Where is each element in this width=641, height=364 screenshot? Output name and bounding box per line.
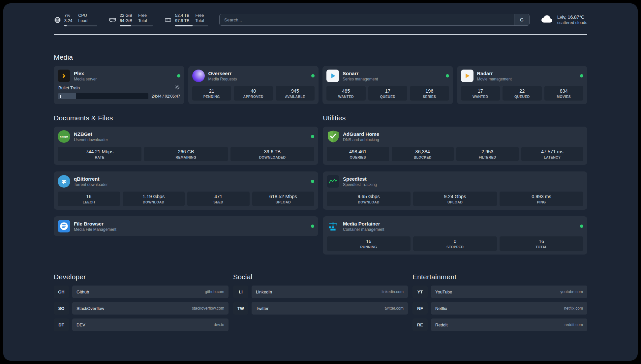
section-heading-developer: Developer [54, 273, 229, 281]
memory-icon [108, 16, 117, 24]
service-title: AdGuard Home [343, 131, 583, 137]
service-title: Radarr [477, 71, 577, 76]
bookmark-abbr: NF [412, 302, 428, 315]
section-heading-entertainment: Entertainment [412, 273, 587, 281]
stat-tile: 0 STOPPED [413, 236, 497, 251]
memory-widget: 22 GiB 64 GiB Free Total [108, 13, 153, 26]
bookmark-name: StackOverflow [76, 306, 104, 311]
service-title: Plex [74, 71, 173, 76]
bookmark-domain: stackoverflow.com [192, 306, 224, 311]
adguard-icon [327, 130, 339, 143]
radarr-icon [461, 70, 473, 82]
bookmark-reddit[interactable]: RE Reddit reddit.com [412, 318, 587, 331]
bookmark-domain: reddit.com [565, 322, 583, 327]
bookmark-linkedin[interactable]: LI LinkedIn linkedin.com [233, 286, 408, 298]
bookmark-abbr: TW [233, 302, 248, 315]
stat-tile: 17 QUEUED [368, 86, 408, 101]
stat-tile: 16 RUNNING [327, 236, 411, 251]
service-card-radarr[interactable]: Radarr Movie management 17 WANTED 22 QUE… [457, 66, 588, 104]
cpu-load-label: Load [78, 18, 87, 24]
bookmark-twitter[interactable]: TW Twitter twitter.com [233, 302, 408, 315]
bookmark-name: Reddit [435, 322, 448, 327]
status-dot [311, 74, 315, 77]
bookmark-dev[interactable]: DT DEV dev.to [54, 318, 229, 331]
stat-tile: 0.993 ms PING [500, 192, 583, 206]
bookmark-netflix[interactable]: NF Netflix netflix.com [412, 302, 587, 315]
service-card-nzbget[interactable]: nzbget NZBGet Usenet downloader 744.21 M… [54, 127, 318, 165]
cpu-label: CPU [78, 13, 87, 18]
memory-total-value: 64 GiB [120, 18, 132, 24]
disk-free-value: 52.4 TB [175, 13, 190, 18]
bookmark-name: Github [76, 289, 89, 294]
status-dot [177, 74, 180, 77]
service-subtitle: Media server [74, 77, 173, 81]
bookmark-youtube[interactable]: YT YouTube youtube.com [412, 286, 587, 298]
service-card-adguard[interactable]: AdGuard Home DNS and adblocking 498,461 … [323, 127, 587, 165]
stat-tile: 17 WANTED [461, 86, 500, 101]
bookmark-abbr: GH [54, 286, 69, 298]
disk-icon [164, 16, 172, 24]
service-card-portainer[interactable]: Media Portainer Container management 16 … [323, 216, 587, 255]
now-playing-title: Bullet Train [58, 85, 80, 90]
search-provider-button[interactable]: G [514, 14, 529, 25]
stat-tile: 9.65 Gbps DOWNLOAD [327, 192, 411, 206]
bookmark-abbr: RE [412, 318, 428, 331]
service-subtitle: DNS and adblocking [343, 137, 583, 142]
section-heading-documents: Documents & Files [54, 114, 318, 122]
bookmark-domain: linkedin.com [382, 289, 404, 294]
status-dot [311, 180, 314, 183]
nzbget-icon: nzbget [58, 130, 70, 143]
pause-icon[interactable] [60, 95, 62, 98]
cpu-usage-value: 7% [64, 13, 72, 18]
service-card-qbittorrent[interactable]: qb qBittorrent Torrent downloader 16 LEE… [54, 171, 318, 210]
disk-usage-bar [175, 25, 208, 26]
stat-tile: 47.571 ms LATENCY [521, 147, 584, 161]
service-card-sonarr[interactable]: Sonarr Series management 485 WANTED 17 Q… [322, 66, 453, 104]
search-bar[interactable]: G [219, 14, 530, 26]
status-dot [580, 74, 583, 77]
search-input[interactable] [220, 14, 514, 25]
stat-tile: 266 GB REMAINING [144, 147, 228, 161]
service-card-overseerr[interactable]: Overseerr Media Requests 21 PENDING 40 A… [188, 66, 319, 104]
stat-tile: 834 MOVIES [544, 86, 584, 101]
memory-free-label: Free [138, 13, 147, 18]
gear-icon[interactable] [175, 85, 180, 91]
bookmark-github[interactable]: GH Github github.com [54, 286, 229, 298]
status-dot [580, 225, 583, 228]
playback-progress-bar[interactable] [58, 93, 148, 99]
service-card-speedtest[interactable]: Speedtest Speedtest Tracking 9.65 Gbps D… [323, 171, 587, 210]
memory-total-label: Total [138, 18, 147, 24]
disk-total-label: Total [196, 18, 204, 24]
stat-tile: 40 APPROVED [234, 86, 273, 101]
weather-condition: scattered clouds [557, 20, 587, 25]
stat-tile: 471 SEED [187, 192, 250, 206]
stat-tile: 196 SERIES [410, 86, 449, 101]
resource-widgets: 7% 3.24 CPU Load [54, 13, 208, 26]
stat-tile: 16 LEECH [58, 192, 120, 206]
stat-tile: 744.21 Mbps RATE [58, 147, 141, 161]
bookmark-domain: dev.to [214, 322, 224, 327]
bookmark-stackoverflow[interactable]: SO StackOverflow stackoverflow.com [54, 302, 229, 315]
bookmark-abbr: DT [54, 318, 69, 331]
stat-tile: 39.6 TB DOWNLOADED [230, 147, 314, 161]
stat-tile: 22 QUEUED [503, 86, 542, 101]
service-title: NZBGet [74, 131, 307, 137]
topbar-divider [54, 34, 587, 35]
bookmark-name: LinkedIn [256, 289, 272, 294]
sonarr-icon [326, 70, 339, 82]
cpu-widget: 7% 3.24 CPU Load [54, 13, 97, 26]
service-card-plex[interactable]: Plex Media server Bullet Train [54, 66, 184, 104]
dashboard: 7% 3.24 CPU Load [3, 3, 638, 361]
section-heading-media: Media [54, 53, 587, 61]
service-title: File Browser [74, 221, 307, 227]
disk-total-value: 97.9 TB [175, 18, 190, 24]
stat-tile: 86,384 BLOCKED [392, 147, 454, 161]
bookmark-name: DEV [76, 322, 85, 327]
service-title: Media Portainer [343, 221, 576, 227]
stat-tile: 2,953 FILTERED [456, 147, 519, 161]
bookmark-domain: youtube.com [560, 289, 583, 294]
service-card-filebrowser[interactable]: File Browser Media File Management [54, 216, 318, 236]
weather-location: Lviv, 16.87°C [557, 15, 587, 20]
section-heading-social: Social [233, 273, 408, 281]
bookmark-name: YouTube [435, 289, 452, 294]
